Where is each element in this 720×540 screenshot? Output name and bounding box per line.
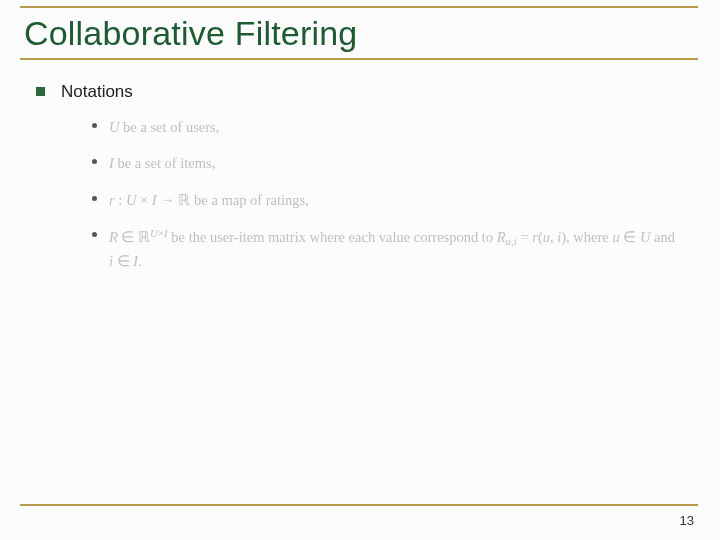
top-rule	[20, 6, 698, 8]
notation-text: R ∈ ℝU×I be the user-item matrix where e…	[109, 225, 680, 272]
dot-bullet-icon	[92, 123, 97, 128]
square-bullet-icon	[36, 87, 45, 96]
page-number: 13	[680, 513, 694, 528]
dot-bullet-icon	[92, 232, 97, 237]
slide-title: Collaborative Filtering	[24, 14, 357, 53]
notation-text: r : U × I → ℝ be a map of ratings,	[109, 189, 309, 211]
section-heading: Notations	[61, 82, 133, 102]
notation-text: U be a set of users,	[109, 116, 219, 138]
title-underline	[20, 58, 698, 60]
list-item: U be a set of users,	[92, 116, 680, 138]
list-item: R ∈ ℝU×I be the user-item matrix where e…	[92, 225, 680, 272]
dot-bullet-icon	[92, 196, 97, 201]
slide-body: Notations U be a set of users, I be a se…	[36, 82, 680, 286]
bottom-rule	[20, 504, 698, 506]
notation-text: I be a set of items,	[109, 152, 215, 174]
notation-list: U be a set of users, I be a set of items…	[92, 116, 680, 272]
dot-bullet-icon	[92, 159, 97, 164]
section-row: Notations	[36, 82, 680, 102]
list-item: r : U × I → ℝ be a map of ratings,	[92, 189, 680, 211]
list-item: I be a set of items,	[92, 152, 680, 174]
